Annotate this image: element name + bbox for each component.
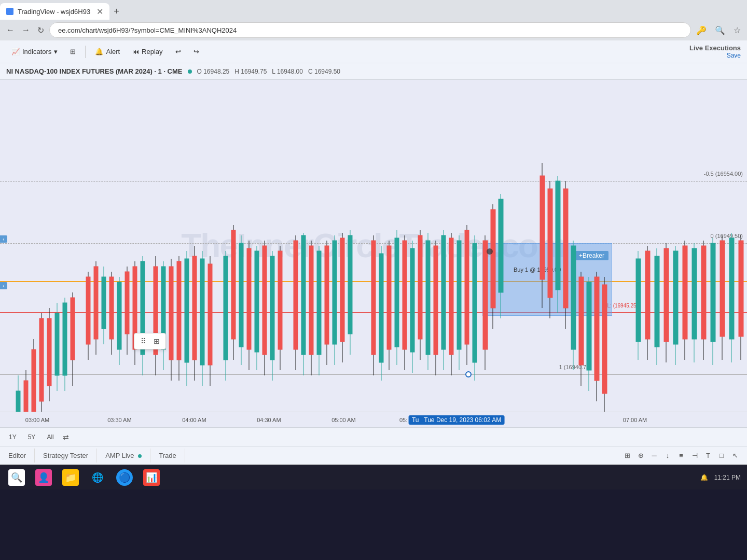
svg-rect-19	[94, 267, 98, 339]
svg-rect-7	[39, 318, 44, 401]
svg-rect-1	[16, 391, 20, 412]
period-all[interactable]: All	[44, 432, 56, 442]
svg-rect-147	[701, 246, 706, 339]
back-button[interactable]: ←	[4, 23, 17, 37]
live-executions-label: Live Executions	[689, 44, 741, 52]
ohlc-values: O 16948.25 H 16949.75 L 16948.00 C 16949…	[197, 68, 341, 75]
alert-icon: 🔔	[95, 48, 103, 55]
tab-trade[interactable]: Trade	[150, 449, 185, 463]
bottom-toolbar: ⊞ ⊕ ─ ↓ ≡ ⊣ T □ ↖	[621, 450, 747, 461]
svg-rect-127	[587, 282, 591, 370]
undo-button[interactable]: ↩	[170, 45, 186, 58]
taskbar-file-explorer[interactable]: 📁	[58, 467, 83, 488]
taskbar-search[interactable]: 🔍	[4, 467, 29, 488]
svg-rect-89	[403, 241, 407, 349]
svg-rect-27	[125, 272, 129, 334]
tab-strategy-tester[interactable]: Strategy Tester	[35, 449, 97, 463]
forward-button[interactable]: →	[20, 23, 32, 37]
bt-arrow-icon[interactable]: ↓	[662, 450, 673, 461]
taskbar: 🔍 👤 📁 🌐 🔵 📊 🔔 11:21 PM	[0, 465, 747, 489]
alert-button[interactable]: 🔔 Alert	[90, 45, 125, 58]
redo-button[interactable]: ↪	[188, 45, 204, 58]
svg-rect-133	[636, 259, 641, 342]
indicators-button[interactable]: 📈 Indicators ▾	[6, 45, 63, 58]
svg-rect-13	[63, 303, 67, 375]
live-executions[interactable]: Live Executions Save	[689, 44, 741, 59]
avatar-icon: 👤	[35, 469, 52, 486]
browser-chrome: TradingView - wsjd6H93 ✕ + ← → ↻ 🔑 🔍 ☆	[0, 0, 747, 40]
replay-icon: ⏮	[132, 48, 139, 55]
save-label[interactable]: Save	[727, 52, 741, 59]
svg-rect-9	[47, 318, 51, 386]
new-tab-button[interactable]: +	[109, 4, 123, 19]
address-bar: ← → ↻ 🔑 🔍 ☆	[0, 20, 747, 40]
drag-handle[interactable]: ⠿	[137, 335, 149, 347]
period-1y[interactable]: 1Y	[6, 432, 19, 442]
svg-rect-17	[86, 277, 90, 344]
bt-line-icon[interactable]: ─	[648, 450, 660, 461]
indicators-icon: 📈	[11, 48, 20, 55]
taskbar-chrome[interactable]: 🌐	[85, 467, 110, 488]
svg-rect-139	[664, 248, 669, 342]
svg-rect-145	[692, 248, 697, 339]
amp-live-dot	[138, 454, 142, 458]
tray-time: 11:21 PM	[712, 472, 743, 483]
svg-rect-37	[169, 267, 173, 360]
svg-rect-39	[177, 261, 181, 360]
svg-rect-103	[457, 241, 461, 349]
svg-rect-153	[729, 238, 734, 339]
svg-rect-117	[548, 189, 552, 298]
taskbar-avatar[interactable]: 👤	[31, 467, 56, 488]
svg-rect-59	[262, 246, 267, 355]
replay-arrows-icon[interactable]: ⇄	[63, 433, 69, 441]
bottom-tabs: Editor Strategy Tester AMP Live Trade ⊞ …	[0, 446, 747, 465]
search-icon[interactable]: 🔍	[713, 23, 727, 37]
active-tab[interactable]: TradingView - wsjd6H93 ✕	[0, 3, 109, 20]
svg-rect-129	[594, 277, 599, 381]
svg-rect-93	[418, 235, 422, 339]
layout-button[interactable]: ⊞	[65, 45, 81, 58]
bt-lines-icon[interactable]: ≡	[675, 450, 687, 461]
layout-icon: ⊞	[70, 48, 76, 55]
bt-rect-icon[interactable]: □	[716, 450, 727, 461]
alert-label: Alert	[106, 48, 120, 55]
bt-text-icon[interactable]: T	[702, 450, 714, 461]
tab-editor[interactable]: Editor	[0, 449, 35, 463]
bt-grid-icon[interactable]: ⊞	[621, 450, 633, 461]
svg-rect-111	[491, 209, 495, 308]
time-label-330: 03:30 AM	[107, 417, 131, 423]
time-label-430: 04:30 AM	[257, 417, 281, 423]
browser-icons: 🔑 🔍 ☆	[694, 23, 743, 37]
grid-button[interactable]: ⊞	[150, 335, 163, 347]
url-input[interactable]	[49, 22, 691, 38]
svg-rect-77	[340, 238, 344, 342]
svg-rect-125	[579, 277, 584, 365]
time-label-700: 07:00 AM	[623, 417, 647, 423]
replay-button[interactable]: ⏮ Replay	[127, 45, 168, 58]
tab-amp-live[interactable]: AMP Live	[97, 449, 150, 463]
svg-rect-55	[247, 248, 251, 349]
svg-rect-71	[317, 251, 321, 355]
time-label-300: 03:00 AM	[25, 417, 49, 423]
svg-rect-121	[563, 189, 568, 308]
candlestick-chart: .candle-bull { fill: #26a69a; stroke: #2…	[0, 80, 747, 412]
tab-close-button[interactable]: ✕	[96, 7, 103, 17]
reload-button[interactable]: ↻	[35, 23, 46, 37]
taskbar-red-app[interactable]: 📊	[139, 467, 164, 488]
bt-right-align-icon[interactable]: ⊣	[689, 450, 700, 461]
svg-rect-149	[711, 243, 715, 342]
bt-crosshair-icon[interactable]: ⊕	[635, 450, 646, 461]
svg-rect-25	[117, 282, 121, 349]
key-icon[interactable]: 🔑	[694, 23, 709, 37]
svg-rect-79	[348, 235, 352, 334]
search-icon: 🔍	[8, 469, 25, 486]
toolbar-divider-1	[85, 46, 86, 58]
svg-rect-57	[255, 251, 259, 352]
tray-notification-icon[interactable]: 🔔	[698, 472, 710, 483]
favorite-icon[interactable]: ☆	[731, 23, 743, 37]
svg-rect-63	[278, 251, 282, 349]
bt-cursor-icon[interactable]: ↖	[729, 450, 741, 461]
svg-rect-101	[449, 238, 453, 355]
period-5y[interactable]: 5Y	[25, 432, 38, 442]
taskbar-edge[interactable]: 🔵	[112, 467, 137, 488]
